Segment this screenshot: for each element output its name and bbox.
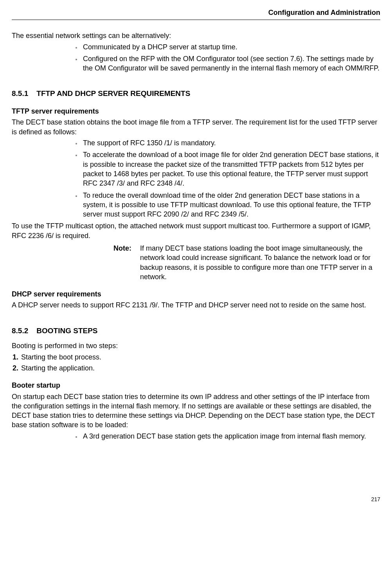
section-number: 8.5.2 [12,326,34,336]
dhcp-text: A DHCP server needs to support RFC 2131 … [12,300,380,310]
booter-subheading: Booter startup [12,381,380,390]
booter-bullets: A 3rd generation DECT base station gets … [12,432,380,441]
list-item: Configured on the RFP with the OM Config… [81,54,380,73]
section-title: TFTP AND DHCP SERVER REQUIREMENTS [36,89,190,98]
list-item: Starting the application. [20,363,380,373]
page-header-title: Configuration and Administration [12,8,380,17]
note-block: Note: If many DECT base stations loading… [12,244,380,282]
page-number: 217 [12,496,380,503]
booting-steps: Starting the boot process. Starting the … [12,352,380,373]
intro-text: The essential network settings can be al… [12,31,380,40]
list-item: Communicated by a DHCP server at startup… [81,42,380,52]
tftp-bullets: The support of RFC 1350 /1/ is mandatory… [12,138,380,219]
tftp-subheading: TFTP server requirements [12,107,380,116]
booter-text: On startup each DECT base station tries … [12,392,380,430]
list-item: To reduce the overall download time of t… [81,191,380,219]
note-label: Note: [113,244,140,282]
section-title: BOOTING STEPS [36,327,97,335]
booting-intro-text: Booting is performed in two steps: [12,341,380,350]
section-heading-851: 8.5.1 TFTP AND DHCP SERVER REQUIREMENTS [12,88,380,99]
list-item: The support of RFC 1350 /1/ is mandatory… [81,138,380,148]
dhcp-subheading: DHCP server requirements [12,289,380,299]
header-rule [12,20,380,20]
note-text: If many DECT base stations loading the b… [140,244,380,282]
list-item: A 3rd generation DECT base station gets … [81,432,380,441]
list-item: Starting the boot process. [20,352,380,362]
list-item: To accelerate the download of a boot ima… [81,150,380,188]
section-number: 8.5.1 [12,88,34,99]
tftp-intro-text: The DECT base station obtains the boot i… [12,117,380,137]
section-heading-852: 8.5.2 BOOTING STEPS [12,326,380,336]
tftp-after-text: To use the TFTP multicast option, the at… [12,221,380,240]
intro-bullets: Communicated by a DHCP server at startup… [12,42,380,73]
